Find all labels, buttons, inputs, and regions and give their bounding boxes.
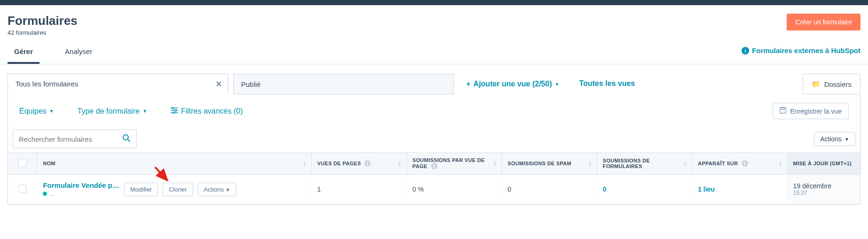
sort-icon: ▲▼ <box>588 160 592 167</box>
advanced-filters-label: Filtres avancés (0) <box>181 107 243 116</box>
select-all-checkbox[interactable] <box>18 159 27 167</box>
column-appears-on[interactable]: APPARAÎT SUR i ▲▼ <box>692 153 788 175</box>
svg-point-3 <box>175 109 177 111</box>
svg-point-8 <box>123 135 128 140</box>
sort-icon: ▲▼ <box>683 160 687 167</box>
cell-updated: 19 décembre 15:37 <box>787 175 860 204</box>
column-sub-per-view[interactable]: SOUMISSIONS PAR VUE DE PAGE i ▲▼ <box>407 153 502 175</box>
form-status-text: … <box>49 191 55 197</box>
add-view-label: Ajouter une vue (2/50) <box>473 80 552 88</box>
page-subtitle: 42 formulaires <box>8 29 78 36</box>
teams-filter[interactable]: Équipes ▼ <box>19 107 54 116</box>
view-tab-published[interactable]: Publié <box>233 74 454 94</box>
chevron-down-icon: ▼ <box>142 108 147 114</box>
column-sub-per-view-label: SOUMISSIONS PAR VUE DE PAGE <box>413 157 485 169</box>
info-icon: i <box>742 47 749 54</box>
row-actions-button[interactable]: Actions ▼ <box>198 183 236 196</box>
sliders-icon <box>171 107 178 116</box>
column-name[interactable]: NOM ▲▼ <box>37 153 312 175</box>
tab-analyze[interactable]: Analyser <box>58 44 99 64</box>
sort-icon: ▲▼ <box>493 160 497 167</box>
cell-appears-on[interactable]: 1 lieu <box>692 175 788 204</box>
column-spam[interactable]: SOUMISSIONS DE SPAM ▲▼ <box>502 153 597 175</box>
tab-manage[interactable]: Gérer <box>8 44 39 64</box>
row-actions-label: Actions <box>204 186 224 193</box>
search-input[interactable] <box>19 135 118 143</box>
column-updated[interactable]: MISE À JOUR (GMT+1) <box>787 153 860 175</box>
create-form-button[interactable]: Créer un formulaire <box>787 14 860 31</box>
folder-icon: 📁 <box>812 80 821 88</box>
modify-button[interactable]: Modifier <box>124 183 158 196</box>
close-icon[interactable]: ✕ <box>215 79 222 89</box>
cell-page-views: 1 <box>312 175 407 204</box>
info-icon: i <box>742 160 748 167</box>
external-forms-link[interactable]: i Formulaires externes à HubSpot <box>742 46 860 61</box>
search-input-wrapper[interactable] <box>13 130 137 148</box>
clone-button[interactable]: Cloner <box>163 183 193 196</box>
column-page-views[interactable]: VUES DE PAGES i ▲▼ <box>312 153 407 175</box>
view-tab-label: Publié <box>241 80 261 88</box>
external-forms-label: Formulaires externes à HubSpot <box>752 46 860 54</box>
folders-button[interactable]: 📁 Dossiers <box>803 74 860 94</box>
all-views-link[interactable]: Toutes les vues <box>571 74 642 94</box>
column-name-label: NOM <box>43 161 55 166</box>
chevron-down-icon: ▼ <box>555 82 560 87</box>
cell-sub-per-view: 0 % <box>407 175 502 204</box>
table-row[interactable]: Formulaire Vendée p… … Modifier Cloner A… <box>8 175 860 204</box>
status-dot-icon <box>43 192 47 196</box>
teams-filter-label: Équipes <box>19 107 47 116</box>
column-page-views-label: VUES DE PAGES <box>317 161 361 166</box>
save-view-label: Enregistrer la vue <box>790 108 842 115</box>
form-type-filter-label: Type de formulaire <box>78 107 140 116</box>
info-icon: i <box>364 160 371 167</box>
bulk-actions-button[interactable]: Actions ▼ <box>814 132 855 146</box>
svg-line-9 <box>128 139 130 142</box>
view-tab-all-forms[interactable]: Tous les formulaires ✕ <box>8 74 228 94</box>
svg-point-5 <box>173 112 175 114</box>
column-form-sub[interactable]: SOUMISSIONS DE FORMULAIRES ▲▼ <box>597 153 692 175</box>
sort-icon: ▲▼ <box>398 160 401 167</box>
svg-rect-6 <box>780 108 786 113</box>
sort-icon: ▲▼ <box>778 160 782 167</box>
save-icon <box>780 107 786 115</box>
svg-point-1 <box>172 107 174 109</box>
chevron-down-icon: ▼ <box>845 137 849 142</box>
updated-date: 19 décembre <box>793 182 854 190</box>
chevron-down-icon: ▼ <box>226 187 230 193</box>
save-view-button[interactable]: Enregistrer la vue <box>773 103 849 119</box>
column-appears-on-label: APPARAÎT SUR <box>698 161 738 166</box>
svg-rect-7 <box>782 108 784 109</box>
search-icon <box>122 134 131 144</box>
column-form-sub-label: SOUMISSIONS DE FORMULAIRES <box>603 158 650 169</box>
page-title: Formulaires <box>8 14 78 28</box>
row-checkbox[interactable] <box>18 185 27 193</box>
top-nav-bar <box>0 0 868 5</box>
column-checkbox <box>8 153 37 175</box>
form-name-link[interactable]: Formulaire Vendée p… <box>43 181 119 189</box>
chevron-down-icon: ▼ <box>49 108 54 114</box>
view-tab-label: Tous les formulaires <box>16 80 78 88</box>
folders-label: Dossiers <box>824 80 852 88</box>
form-type-filter[interactable]: Type de formulaire ▼ <box>78 107 147 116</box>
cell-spam: 0 <box>502 175 597 204</box>
add-view-button[interactable]: + Ajouter une vue (2/50) ▼ <box>459 74 567 94</box>
info-icon: i <box>431 163 438 170</box>
advanced-filters-button[interactable]: Filtres avancés (0) <box>171 107 243 116</box>
plus-icon: + <box>466 80 470 88</box>
cell-form-sub[interactable]: 0 <box>597 175 692 204</box>
updated-time: 15:37 <box>793 190 854 196</box>
bulk-actions-label: Actions <box>820 135 842 143</box>
column-updated-label: MISE À JOUR (GMT+1) <box>793 161 852 166</box>
sort-icon: ▲▼ <box>303 160 306 167</box>
column-spam-label: SOUMISSIONS DE SPAM <box>508 161 571 166</box>
